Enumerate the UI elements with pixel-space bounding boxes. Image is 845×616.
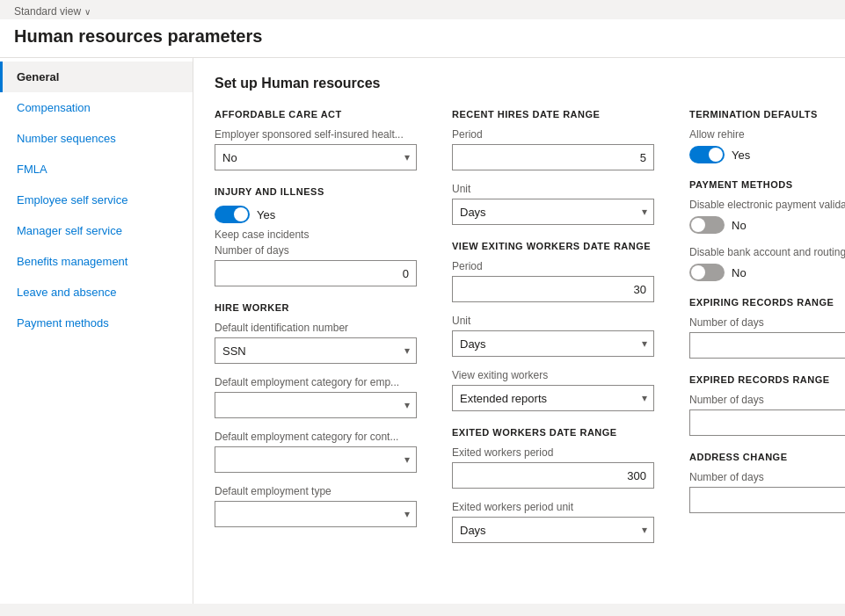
- allow-rehire-toggle-label: Yes: [732, 149, 750, 162]
- view-exiting-unit-label: Unit: [452, 315, 654, 327]
- recent-hires-unit-select-wrapper: Days Weeks Months: [452, 199, 654, 225]
- disable-bank-toggle[interactable]: [689, 264, 725, 281]
- keep-case-toggle-label: Yes: [257, 208, 275, 221]
- default-emp-type-field: Default employment type: [215, 485, 417, 527]
- expiring-records-days-field: Number of days: [689, 316, 845, 359]
- default-emp-cat-cont-field: Default employment category for cont...: [215, 431, 417, 473]
- disable-bank-label: Disable bank account and routing n...: [689, 246, 845, 258]
- recent-hires-period-label: Period: [452, 128, 654, 141]
- exited-workers-period-label: Exited workers period: [452, 446, 654, 459]
- expired-records-heading: EXPIRED RECORDS RANGE: [689, 374, 845, 385]
- allow-rehire-toggle[interactable]: [689, 146, 725, 163]
- termination-defaults-heading: TERMINATION DEFAULTS: [689, 109, 845, 120]
- address-change-days-label: Number of days: [689, 471, 845, 483]
- recent-hires-heading: RECENT HIRES DATE RANGE: [452, 109, 654, 120]
- payment-methods-heading: PAYMENT METHODS: [689, 179, 845, 190]
- col1: AFFORDABLE CARE ACT Employer sponsored s…: [215, 109, 417, 555]
- sidebar-item-leave-and-absence[interactable]: Leave and absence: [0, 277, 193, 308]
- view-exiting-period-label: Period: [452, 260, 654, 272]
- recent-hires-period-field: Period: [452, 128, 654, 170]
- view-exiting-unit-select-wrapper: Days Weeks Months: [452, 330, 654, 357]
- view-exiting-workers-field: View exiting workers Extended reports Di…: [452, 369, 654, 411]
- default-emp-cat-emp-select-wrapper: [215, 392, 417, 418]
- view-exiting-unit-field: Unit Days Weeks Months: [452, 315, 654, 357]
- exited-workers-unit-select[interactable]: Days Weeks Months: [452, 517, 654, 543]
- sidebar-item-payment-methods[interactable]: Payment methods: [0, 308, 193, 338]
- standard-view-label[interactable]: Standard view: [14, 5, 81, 18]
- exited-workers-period-input[interactable]: [452, 462, 654, 489]
- affordable-care-act-heading: AFFORDABLE CARE ACT: [215, 109, 417, 120]
- default-id-select-wrapper: SSN: [215, 337, 417, 364]
- sidebar-item-number-sequences[interactable]: Number sequences: [0, 123, 193, 154]
- default-emp-cat-cont-select[interactable]: [215, 446, 417, 473]
- sections-grid: AFFORDABLE CARE ACT Employer sponsored s…: [215, 109, 824, 555]
- injury-num-days-input[interactable]: [215, 260, 417, 286]
- default-emp-cat-cont-label: Default employment category for cont...: [215, 431, 417, 443]
- hire-worker-heading: HIRE WORKER: [215, 302, 417, 313]
- employer-sponsored-select-wrapper: No Yes: [215, 144, 417, 170]
- chevron-down-icon: ∨: [84, 7, 91, 17]
- allow-rehire-toggle-row: Yes: [689, 146, 845, 163]
- col2: RECENT HIRES DATE RANGE Period Unit Days…: [452, 109, 654, 555]
- exited-workers-unit-field: Exited workers period unit Days Weeks Mo…: [452, 501, 654, 543]
- main-layout: General Compensation Number sequences FM…: [0, 58, 845, 604]
- default-emp-type-select[interactable]: [215, 501, 417, 527]
- expired-records-days-label: Number of days: [689, 394, 845, 406]
- address-change-days-input[interactable]: [689, 487, 845, 513]
- recent-hires-unit-label: Unit: [452, 183, 654, 195]
- address-change-days-field: Number of days: [689, 471, 845, 513]
- disable-electronic-toggle-label: No: [732, 219, 747, 232]
- exited-workers-unit-label: Exited workers period unit: [452, 501, 654, 513]
- injury-num-days-field: Number of days: [215, 244, 417, 286]
- disable-electronic-label: Disable electronic payment validation: [689, 199, 845, 211]
- keep-case-toggle-row: Yes: [215, 206, 417, 223]
- content-title: Set up Human resources: [215, 76, 824, 91]
- expiring-records-days-input[interactable]: [689, 332, 845, 359]
- expiring-records-heading: EXPIRING RECORDS RANGE: [689, 297, 845, 308]
- sidebar: General Compensation Number sequences FM…: [0, 58, 193, 604]
- sidebar-item-general[interactable]: General: [0, 62, 193, 92]
- sidebar-item-fmla[interactable]: FMLA: [0, 154, 193, 185]
- default-emp-type-select-wrapper: [215, 501, 417, 527]
- recent-hires-unit-field: Unit Days Weeks Months: [452, 183, 654, 225]
- injury-illness-heading: INJURY AND ILLNESS: [215, 186, 417, 197]
- sidebar-item-benefits-management[interactable]: Benefits management: [0, 246, 193, 277]
- disable-bank-toggle-label: No: [732, 266, 747, 279]
- default-emp-cat-emp-field: Default employment category for emp...: [215, 376, 417, 418]
- view-exiting-heading: VIEW EXITING WORKERS DATE RANGE: [452, 241, 654, 251]
- expired-records-days-field: Number of days: [689, 394, 845, 436]
- default-id-field: Default identification number SSN: [215, 322, 417, 364]
- employer-sponsored-field: Employer sponsored self-insured healt...…: [215, 128, 417, 170]
- view-exiting-workers-select[interactable]: Extended reports Direct reports All: [452, 385, 654, 411]
- sidebar-item-manager-self-service[interactable]: Manager self service: [0, 215, 193, 246]
- injury-keep-case-label: Keep case incidents: [215, 228, 417, 241]
- exited-workers-heading: EXITED WORKERS DATE RANGE: [452, 427, 654, 438]
- page-title: Human resources parameters: [0, 19, 845, 58]
- view-exiting-unit-select[interactable]: Days Weeks Months: [452, 330, 654, 357]
- disable-electronic-toggle[interactable]: [689, 216, 725, 234]
- view-exiting-period-field: Period: [452, 260, 654, 302]
- top-bar: Standard view ∨: [0, 0, 845, 19]
- address-change-heading: ADDRESS CHANGE: [689, 452, 845, 462]
- exited-workers-period-field: Exited workers period: [452, 446, 654, 489]
- view-exiting-workers-label: View exiting workers: [452, 369, 654, 381]
- default-emp-cat-emp-select[interactable]: [215, 392, 417, 418]
- sidebar-item-employee-self-service[interactable]: Employee self service: [0, 185, 193, 215]
- default-id-select[interactable]: SSN: [215, 337, 417, 364]
- employer-sponsored-select[interactable]: No Yes: [215, 144, 417, 170]
- default-emp-cat-emp-label: Default employment category for emp...: [215, 376, 417, 388]
- content-area: Set up Human resources AFFORDABLE CARE A…: [193, 58, 845, 604]
- keep-case-toggle[interactable]: [215, 206, 250, 223]
- allow-rehire-label: Allow rehire: [689, 128, 845, 141]
- expired-records-days-input[interactable]: [689, 409, 845, 436]
- view-exiting-period-input[interactable]: [452, 276, 654, 302]
- disable-bank-toggle-row: No: [689, 264, 845, 281]
- employer-sponsored-label: Employer sponsored self-insured healt...: [215, 128, 417, 141]
- recent-hires-period-input[interactable]: [452, 144, 654, 170]
- expiring-records-days-label: Number of days: [689, 316, 845, 329]
- default-emp-type-label: Default employment type: [215, 485, 417, 497]
- injury-num-days-label: Number of days: [215, 244, 417, 257]
- recent-hires-unit-select[interactable]: Days Weeks Months: [452, 199, 654, 225]
- default-emp-cat-cont-select-wrapper: [215, 446, 417, 473]
- sidebar-item-compensation[interactable]: Compensation: [0, 92, 193, 123]
